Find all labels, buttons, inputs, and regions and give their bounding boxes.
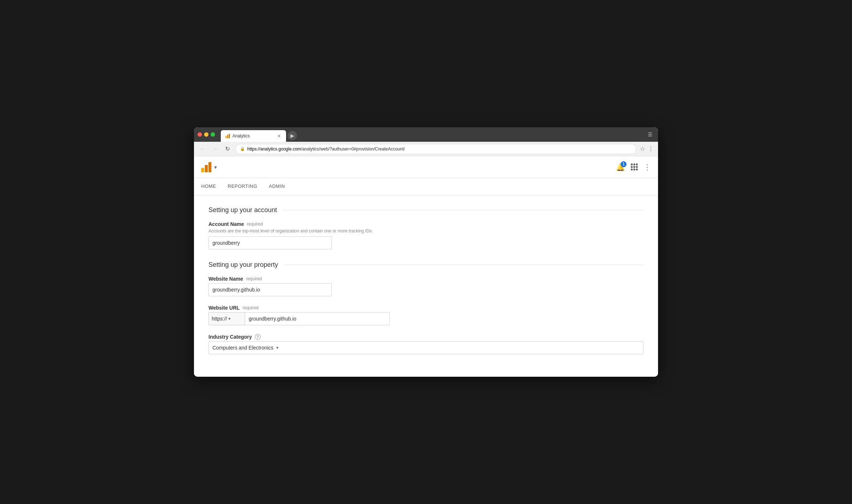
url-text: https://analytics.google.com/analytics/w… — [247, 146, 405, 152]
section1-header: Setting up your account — [208, 206, 644, 214]
account-dropdown[interactable]: ▾ — [214, 164, 217, 170]
website-url-field-group: Website URL required https:// ▾ — [208, 305, 644, 325]
logo-bar-medium — [205, 165, 208, 172]
svg-rect-2 — [229, 134, 230, 138]
website-name-field-group: Website Name required — [208, 276, 644, 296]
url-bar[interactable]: 🔒 https://analytics.google.com/analytics… — [235, 144, 636, 154]
website-url-label: Website URL required — [208, 305, 644, 311]
title-bar: Analytics ✕ ▶ ☰ — [194, 127, 658, 142]
industry-category-label: Industry Category ? — [208, 334, 644, 340]
notification-button[interactable]: 🔔 1 — [616, 163, 625, 172]
back-button[interactable]: ← — [198, 145, 207, 153]
section2-header: Setting up your property — [208, 261, 644, 269]
account-name-input[interactable] — [208, 236, 332, 249]
reload-button[interactable]: ↻ — [223, 145, 232, 153]
help-icon[interactable]: ? — [255, 334, 261, 340]
website-url-field: https:// ▾ — [208, 312, 390, 325]
minimize-button[interactable] — [204, 132, 208, 137]
close-button[interactable] — [198, 132, 202, 137]
account-setup-section: Setting up your account Account Name req… — [208, 206, 644, 249]
window-controls: ☰ — [646, 130, 654, 139]
account-name-required: required — [247, 222, 263, 227]
website-url-required: required — [243, 305, 259, 310]
tab-favicon-icon — [225, 133, 230, 139]
apps-button[interactable] — [631, 164, 638, 170]
address-bar: ← → ↻ 🔒 https://analytics.google.com/ana… — [194, 142, 658, 156]
main-content: Setting up your account Account Name req… — [194, 195, 658, 377]
active-tab[interactable]: Analytics ✕ — [221, 130, 286, 142]
logo-bar-small — [201, 168, 204, 172]
forward-button[interactable]: → — [211, 145, 219, 153]
nav-menu: HOME REPORTING ADMIN — [194, 178, 658, 195]
analytics-header: ▾ 🔔 1 ⋮ — [194, 156, 658, 178]
chevron-down-icon: ▾ — [228, 316, 231, 321]
account-name-label: Account Name required — [208, 221, 644, 227]
new-tab-button[interactable]: ▶ — [288, 131, 297, 140]
section1-divider — [283, 210, 644, 210]
maximize-button[interactable] — [211, 132, 215, 137]
tab-close-button[interactable]: ✕ — [276, 133, 282, 139]
industry-category-dropdown[interactable]: Computers and Electronics ▾ — [208, 341, 644, 354]
tab-title: Analytics — [232, 133, 250, 139]
svg-rect-1 — [227, 135, 228, 138]
website-name-required: required — [246, 276, 262, 281]
website-url-input[interactable] — [245, 312, 390, 325]
account-name-hint: Accounts are the top-most level of organ… — [208, 228, 644, 234]
more-options-button[interactable]: ⋮ — [644, 163, 651, 172]
logo-bars-icon — [201, 162, 211, 172]
bookmark-button[interactable]: ☆ — [640, 145, 645, 152]
header-actions: 🔔 1 ⋮ — [616, 163, 651, 172]
chrome-options-button[interactable]: ⋮ — [648, 145, 654, 152]
website-name-input[interactable] — [208, 283, 332, 296]
traffic-lights — [198, 132, 215, 137]
section2-title: Setting up your property — [208, 261, 278, 269]
property-setup-section: Setting up your property Website Name re… — [208, 261, 644, 354]
nav-admin[interactable]: ADMIN — [269, 178, 285, 195]
chrome-menu-button[interactable]: ☰ — [646, 130, 654, 139]
lock-icon: 🔒 — [240, 146, 245, 151]
category-chevron-down-icon: ▾ — [276, 345, 278, 350]
nav-reporting[interactable]: REPORTING — [228, 178, 257, 195]
industry-category-field-group: Industry Category ? Computers and Electr… — [208, 334, 644, 354]
nav-home[interactable]: HOME — [201, 178, 216, 195]
account-name-field-group: Account Name required Accounts are the t… — [208, 221, 644, 249]
website-name-label: Website Name required — [208, 276, 644, 282]
analytics-logo: ▾ — [201, 162, 217, 172]
svg-rect-0 — [226, 136, 227, 138]
address-bar-actions: ☆ ⋮ — [640, 145, 654, 152]
section1-title: Setting up your account — [208, 206, 277, 214]
url-protocol-dropdown[interactable]: https:// ▾ — [208, 312, 245, 325]
logo-bar-large — [208, 162, 211, 172]
grid-icon — [631, 164, 638, 170]
section2-divider — [284, 265, 644, 265]
notification-badge: 1 — [621, 161, 626, 167]
browser-window: Analytics ✕ ▶ ☰ ← → ↻ 🔒 https://analytic… — [194, 127, 658, 377]
tab-bar: Analytics ✕ ▶ — [221, 127, 297, 142]
